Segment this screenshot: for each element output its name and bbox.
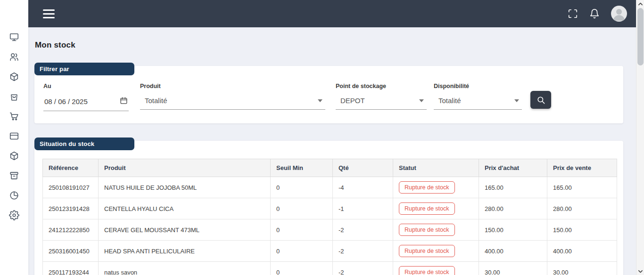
cell-sale_price: 280.00 xyxy=(547,198,617,219)
package-icon[interactable] xyxy=(9,151,19,161)
cell-reference: 250108191027 xyxy=(43,177,99,198)
fullscreen-icon[interactable] xyxy=(568,8,578,19)
product-select[interactable]: Totalité xyxy=(140,96,325,110)
storage-select-value: DEPOT xyxy=(340,97,365,105)
search-icon xyxy=(537,96,545,105)
package-icon[interactable] xyxy=(9,72,19,82)
table-header-row: RéférenceProduitSeuil MinQtéStatutPrix d… xyxy=(43,159,617,177)
table-row: 250117193244natus savon0-2Rupture de sto… xyxy=(43,262,617,275)
column-header: Seuil Min xyxy=(271,159,333,177)
main-content: Mon stock Filtrer par Au 08 / 06 / 2025 … xyxy=(28,27,636,275)
user-avatar[interactable] xyxy=(611,6,627,22)
storage-filter-field: Point de stockage DEPOT xyxy=(336,83,427,110)
status-badge: Rupture de stock xyxy=(399,224,455,236)
cell-qty: -2 xyxy=(333,241,393,262)
cell-seuil_min: 0 xyxy=(271,219,333,241)
menu-icon[interactable] xyxy=(41,8,57,20)
date-filter-label: Au xyxy=(43,83,129,89)
column-header: Référence xyxy=(43,159,99,177)
notifications-bell-icon[interactable] xyxy=(589,8,600,19)
product-filter-label: Produit xyxy=(140,83,325,89)
pie-chart-icon[interactable] xyxy=(9,190,19,201)
storage-select[interactable]: DEPOT xyxy=(336,96,427,110)
cell-product: HEAD SPA ANTI PELLICULAIRE xyxy=(99,241,271,262)
sidebar xyxy=(0,0,28,275)
date-input[interactable]: 08 / 06 / 2025 xyxy=(43,96,129,111)
scrollbar-thumb[interactable] xyxy=(637,8,644,65)
cell-status: Rupture de stock xyxy=(393,262,479,275)
shopping-bag-icon[interactable] xyxy=(9,91,19,102)
stock-table-body: 250108191027NATUS HUILE DE JOJOBA 50ML0-… xyxy=(43,177,617,275)
cell-reference: 250117193244 xyxy=(43,262,99,275)
status-badge: Rupture de stock xyxy=(399,181,455,194)
filter-section-header: Filtrer par xyxy=(34,63,134,75)
cell-purchase_price: 150.00 xyxy=(479,219,547,241)
column-header: Prix d'achat xyxy=(479,159,547,177)
status-badge: Rupture de stock xyxy=(399,245,455,257)
scroll-down-arrow-icon[interactable] xyxy=(636,267,644,275)
cell-status: Rupture de stock xyxy=(393,177,479,198)
storage-filter-label: Point de stockage xyxy=(336,83,427,89)
cell-product: natus savon xyxy=(99,262,271,275)
cell-status: Rupture de stock xyxy=(393,198,479,219)
scroll-up-arrow-icon[interactable] xyxy=(636,0,644,8)
calendar-icon[interactable] xyxy=(120,97,128,106)
stock-card: RéférenceProduitSeuil MinQtéStatutPrix d… xyxy=(34,141,623,275)
table-row: 250108191027NATUS HUILE DE JOJOBA 50ML0-… xyxy=(43,177,617,198)
cell-status: Rupture de stock xyxy=(393,219,479,241)
cell-reference: 241212222850 xyxy=(43,219,99,241)
column-header: Statut xyxy=(393,159,479,177)
sidebar-icon-list xyxy=(0,0,28,220)
product-select-value: Totalité xyxy=(145,97,167,105)
page-title: Mon stock xyxy=(35,40,75,50)
vertical-scrollbar[interactable] xyxy=(636,0,644,275)
archive-icon[interactable] xyxy=(9,170,19,181)
cell-reference: 250123191428 xyxy=(43,198,99,219)
monitor-icon[interactable] xyxy=(9,32,19,42)
cell-qty: -1 xyxy=(333,198,393,219)
cell-sale_price: 30.00 xyxy=(547,262,617,275)
users-icon[interactable] xyxy=(9,52,19,62)
chevron-down-icon xyxy=(318,99,322,102)
cell-product: CERAVE GEL MOUSSANT 473ML xyxy=(99,219,271,241)
cell-qty: -2 xyxy=(333,219,393,241)
stock-section-header: Situation du stock xyxy=(34,138,134,150)
date-value: 08 / 06 / 2025 xyxy=(44,97,88,105)
top-navbar xyxy=(28,0,636,27)
shopping-cart-icon[interactable] xyxy=(9,111,19,121)
cell-product: CENTELLA HYALU CICA xyxy=(99,198,271,219)
cell-purchase_price: 400.00 xyxy=(479,241,547,262)
navbar-actions xyxy=(568,6,636,22)
column-header: Produit xyxy=(99,159,271,177)
cell-seuil_min: 0 xyxy=(271,177,333,198)
availability-select[interactable]: Totalité xyxy=(434,96,522,110)
chevron-down-icon xyxy=(419,99,424,102)
status-badge: Rupture de stock xyxy=(399,266,455,275)
settings-icon[interactable] xyxy=(9,210,19,220)
chevron-down-icon xyxy=(514,99,519,102)
availability-filter-label: Disponibilité xyxy=(434,83,522,89)
search-button[interactable] xyxy=(530,91,551,109)
cell-seuil_min: 0 xyxy=(271,262,333,275)
stock-table: RéférenceProduitSeuil MinQtéStatutPrix d… xyxy=(42,159,617,275)
cell-product: NATUS HUILE DE JOJOBA 50ML xyxy=(99,177,271,198)
cell-purchase_price: 165.00 xyxy=(479,177,547,198)
availability-filter-field: Disponibilité Totalité xyxy=(434,83,522,110)
table-row: 241212222850CERAVE GEL MOUSSANT 473ML0-2… xyxy=(43,219,617,241)
cell-seuil_min: 0 xyxy=(271,198,333,219)
cell-sale_price: 150.00 xyxy=(547,219,617,241)
cell-sale_price: 165.00 xyxy=(547,177,617,198)
status-badge: Rupture de stock xyxy=(399,202,455,215)
cell-status: Rupture de stock xyxy=(393,241,479,262)
credit-card-icon[interactable] xyxy=(9,131,19,141)
cell-purchase_price: 280.00 xyxy=(479,198,547,219)
cell-qty: -4 xyxy=(333,177,393,198)
table-row: 250316001450HEAD SPA ANTI PELLICULAIRE0-… xyxy=(43,241,617,262)
cell-seuil_min: 0 xyxy=(271,241,333,262)
availability-select-value: Totalité xyxy=(438,97,461,105)
cell-reference: 250316001450 xyxy=(43,241,99,262)
cell-sale_price: 400.00 xyxy=(547,241,617,262)
column-header: Prix de vente xyxy=(547,159,617,177)
date-filter-field: Au 08 / 06 / 2025 xyxy=(43,83,129,111)
table-row: 250123191428CENTELLA HYALU CICA0-1Ruptur… xyxy=(43,198,617,219)
